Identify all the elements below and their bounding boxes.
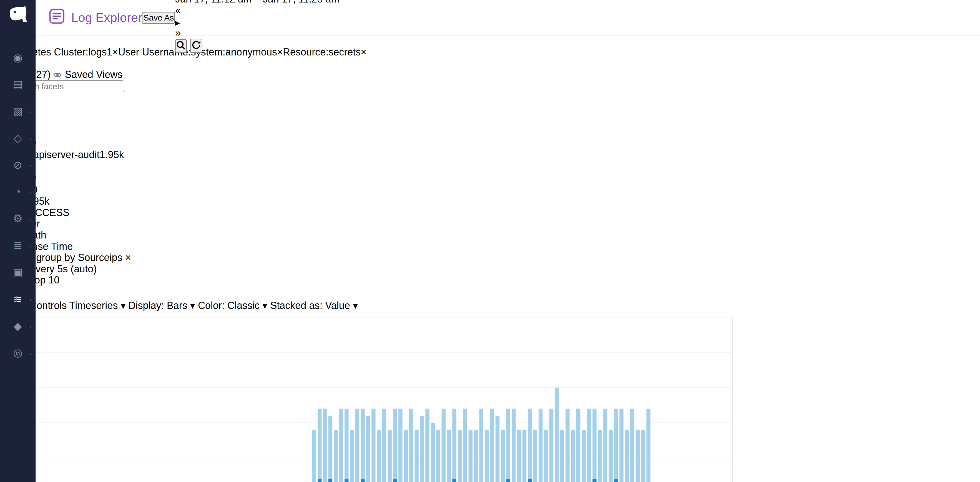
remove-filter-icon[interactable]: × <box>361 47 366 57</box>
bar-segment[interactable] <box>415 430 418 482</box>
bar-segment[interactable] <box>528 409 531 479</box>
bar-segment[interactable] <box>603 409 607 482</box>
bar-segment[interactable] <box>350 430 354 482</box>
facet-toggle-host[interactable]: ›Host <box>0 126 980 138</box>
time-range-picker[interactable]: Jan 17, 11:12 am – Jan 17, 11:23 am <box>175 0 339 5</box>
bar-segment[interactable] <box>447 430 451 482</box>
bar-segment[interactable] <box>323 409 327 482</box>
bar-segment[interactable] <box>328 479 332 482</box>
bar-segment[interactable] <box>485 430 488 482</box>
bar-segment[interactable] <box>371 409 375 482</box>
bar-segment[interactable] <box>361 479 364 482</box>
bar-segment[interactable] <box>555 387 558 482</box>
nav-notebooks[interactable]: ▣ <box>0 259 35 286</box>
bar-segment[interactable] <box>312 430 316 482</box>
nav-security[interactable]: ◆› <box>0 313 35 340</box>
bar-segment[interactable] <box>388 430 391 482</box>
bar-segment[interactable] <box>431 423 435 482</box>
nav-events[interactable]: ▤ <box>0 71 35 98</box>
group-by-value[interactable]: Sourceips <box>78 252 122 263</box>
bar-segment[interactable] <box>565 409 570 482</box>
facet-section-header[interactable]: ›CORE <box>0 92 980 104</box>
bar-segment[interactable] <box>463 409 467 482</box>
bar-segment[interactable] <box>614 409 618 479</box>
bar-segment[interactable] <box>458 430 462 482</box>
bar-segment[interactable] <box>452 409 456 479</box>
bar-segment[interactable] <box>625 430 629 482</box>
bar-segment[interactable] <box>345 409 348 479</box>
bar-segment[interactable] <box>452 479 456 482</box>
bar-segment[interactable] <box>355 409 359 482</box>
bar-segment[interactable] <box>425 409 429 482</box>
zoom-button[interactable] <box>175 39 187 53</box>
save-as-button[interactable]: Save As <box>142 12 175 24</box>
bar-segment[interactable] <box>522 430 527 482</box>
bar-segment[interactable] <box>496 416 500 482</box>
bar-segment[interactable] <box>334 430 337 482</box>
facet-toggle-source[interactable]: ›Source <box>0 115 980 126</box>
bar-segment[interactable] <box>630 409 634 482</box>
bar-segment[interactable] <box>377 430 381 482</box>
facet-toggle-response-time[interactable]: ›Response Time <box>0 241 980 252</box>
remove-group-by-button[interactable]: × <box>125 252 131 263</box>
nav-watchdog[interactable]: ◉ <box>0 44 35 71</box>
stacked-dropdown[interactable]: Value ▾ <box>325 300 358 311</box>
bar-segment[interactable] <box>398 409 402 482</box>
bar-segment[interactable] <box>582 430 585 482</box>
limit-value[interactable]: 10 <box>48 275 59 285</box>
datadog-logo[interactable] <box>7 6 29 28</box>
bar-segment[interactable] <box>318 479 321 482</box>
facet-toggle-browser[interactable]: ›Browser <box>0 219 980 230</box>
bar-segment[interactable] <box>420 416 424 482</box>
bar-segment[interactable] <box>571 430 575 482</box>
facet-value-row[interactable]: ✓Warn0 <box>0 184 980 195</box>
bar-segment[interactable] <box>598 430 602 482</box>
tab-saved-views[interactable]: Saved Views <box>65 69 123 80</box>
bar-segment[interactable] <box>539 409 542 482</box>
facet-toggle-service[interactable]: ›Service <box>0 137 980 149</box>
viz-type-dropdown[interactable]: Timeseries ▾ <box>69 300 129 311</box>
bar-segment[interactable] <box>587 409 591 482</box>
facet-value-row[interactable]: ✓Error0 <box>0 172 980 184</box>
bar-segment[interactable] <box>528 479 531 482</box>
bar-segment[interactable] <box>592 479 596 482</box>
remove-filter-icon[interactable]: × <box>112 47 118 57</box>
bar-segment[interactable] <box>501 430 505 482</box>
bar-segment[interactable] <box>506 479 510 482</box>
nav-logs[interactable]: ≋› <box>0 286 35 313</box>
bar-segment[interactable] <box>533 430 537 482</box>
display-dropdown[interactable]: Bars ▾ <box>167 300 198 311</box>
bar-segment[interactable] <box>517 430 521 482</box>
refresh-button[interactable] <box>190 38 202 53</box>
nav-synthetics[interactable]: ◔› <box>0 179 35 206</box>
bar-segment[interactable] <box>382 409 386 482</box>
timeseries-chart[interactable]: 051015202530354011:1311:1411:1511:1611:1… <box>0 311 755 482</box>
bar-segment[interactable] <box>393 479 397 482</box>
bar-segment[interactable] <box>442 409 445 482</box>
bar-segment[interactable] <box>641 430 645 482</box>
time-play-button[interactable]: ▶ <box>175 16 339 27</box>
bar-segment[interactable] <box>549 409 553 482</box>
time-forward-button[interactable]: » <box>175 27 339 38</box>
bar-segment[interactable] <box>479 409 483 482</box>
bar-segment[interactable] <box>339 409 343 482</box>
bar-segment[interactable] <box>614 479 618 482</box>
facet-section-header[interactable]: ›WEB ACCESS <box>0 207 980 219</box>
nav-monitors[interactable]: ⊘› <box>0 152 35 179</box>
rollup-value[interactable]: 5s (auto) <box>57 263 97 274</box>
facet-toggle-status[interactable]: ›Status <box>0 160 980 172</box>
bar-segment[interactable] <box>512 409 515 482</box>
bar-segment[interactable] <box>409 409 413 482</box>
bar-segment[interactable] <box>404 430 408 482</box>
time-backward-button[interactable]: « <box>175 5 339 16</box>
bar-segment[interactable] <box>469 430 473 482</box>
nav-apm[interactable]: ⚙› <box>0 206 35 232</box>
nav-dashboards[interactable]: ▨› <box>0 98 35 125</box>
bar-segment[interactable] <box>544 430 548 482</box>
bar-segment[interactable] <box>619 409 623 482</box>
bar-segment[interactable] <box>609 430 612 482</box>
bar-segment[interactable] <box>506 409 510 479</box>
bar-segment[interactable] <box>328 416 332 479</box>
bar-segment[interactable] <box>436 430 440 482</box>
bar-segment[interactable] <box>636 430 640 482</box>
